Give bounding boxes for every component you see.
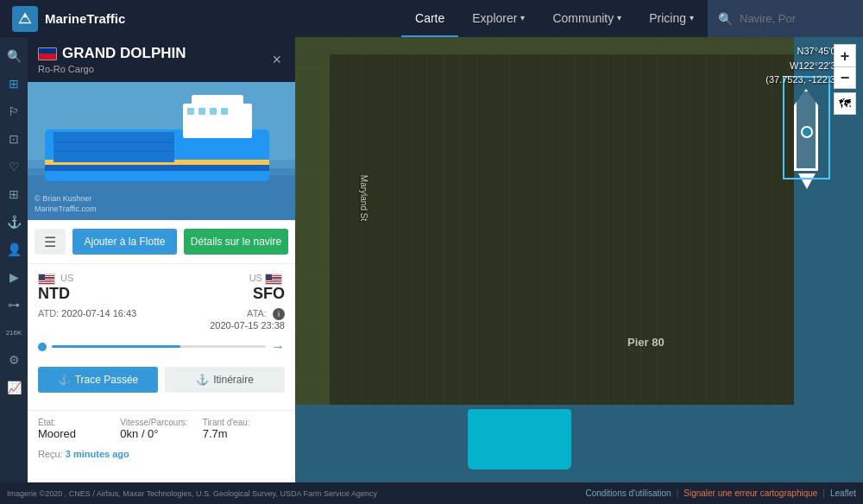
ship-received: Reçu: 3 minutes ago [28,445,295,466]
svg-rect-9 [198,108,205,115]
menu-button[interactable]: ☰ [35,229,66,255]
ship-flag-icon [38,47,57,60]
community-chevron-icon: ▾ [617,13,621,22]
ship-image-area: © Brian Kushner MarineTraffic.com [28,82,295,220]
pricing-chevron-icon: ▾ [690,13,694,22]
nav-community[interactable]: Community ▾ [539,0,635,37]
ship-details-button[interactable]: Détails sur le navire [184,229,288,255]
progress-arrow-icon: → [271,339,285,355]
ship-actions: ☰ Ajouter à la Flotte Détails sur le nav… [28,220,295,263]
from-port-code: NTD [38,285,73,303]
ship-type: Ro-Ro Cargo [38,64,186,74]
sidebar-flag-btn[interactable]: 🏳 [2,99,26,123]
sidebar-search-btn[interactable]: 🔍 [2,44,26,68]
ship-status: État: Moored Vitesse/Parcours: 0kn / 0° … [28,410,295,445]
search-box[interactable]: 🔍 [708,0,863,37]
trace-passee-button[interactable]: ⚓ Trace Passée [38,367,158,393]
pier-label: Pier 80 [627,336,665,349]
logo-icon [12,6,38,32]
ata-info: ATA: i 2020-07-15 23:38 [210,308,285,331]
to-flag-icon [265,274,282,285]
logo[interactable]: MarineTraffic [0,0,137,37]
zoom-in-button[interactable]: + [834,44,856,66]
nav-carte[interactable]: Carte [401,0,458,37]
ship-panel: GRAND DOLPHIN Ro-Ro Cargo × [28,37,295,482]
itinerary-button[interactable]: ⚓ Itinéraire [165,367,285,393]
to-port-code: SFO [249,285,285,303]
status-bar-left: Imagerie ©2020 , CNES / Airbus, Maxar Te… [7,489,585,498]
trace-icon: ⚓ [58,374,71,386]
sidebar-filter-btn[interactable]: ⊡ [2,127,26,151]
ship-name: GRAND DOLPHIN [62,45,186,62]
sidebar-settings-btn[interactable]: ⚙ [2,348,26,372]
conditions-link[interactable]: Conditions d'utilisation [585,488,671,498]
from-flag-icon [38,274,55,285]
close-panel-button[interactable]: × [268,48,285,71]
progress-line [52,345,266,348]
search-icon: 🔍 [718,12,733,26]
nav-explorer[interactable]: Explorer ▾ [458,0,539,37]
voyage-dates: ATD: 2020-07-14 16:43 ATA: i 2020-07-15 … [38,308,285,331]
explorer-chevron-icon: ▾ [520,13,525,22]
sidebar-person-btn[interactable]: 👤 [2,237,26,261]
itinerary-icon: ⚓ [196,374,209,386]
ship-panel-header: GRAND DOLPHIN Ro-Ro Cargo × [28,37,295,82]
imagery-attribution: Imagerie ©2020 , CNES / Airbus, Maxar Te… [7,489,377,498]
sidebar-ship-btn[interactable]: ⚓ [2,210,26,234]
nav-links: Carte Explorer ▾ Community ▾ Pricing ▾ [401,0,708,37]
search-input[interactable] [740,12,852,25]
leaflet-link[interactable]: Leaflet [830,488,856,498]
pier-area [330,54,811,413]
svg-rect-11 [221,108,228,115]
sidebar-chart-btn[interactable]: 📈 [2,375,26,400]
sidebar-heart-btn[interactable]: ♡ [2,154,26,179]
status-speed: Vitesse/Parcours: 0kn / 0° [120,418,202,440]
status-draft: Tirant d'eau: 7.7m [203,418,285,440]
voyage-buttons: ⚓ Trace Passée ⚓ Itinéraire [38,367,285,393]
ship-voyage: US NTD US SFO ATD: 2020-07-14 16:43 ATA: [28,263,295,410]
progress-start-dot [38,343,47,351]
sidebar-grid-btn[interactable]: ⊞ [2,72,26,96]
status-state: État: Moored [38,418,120,440]
add-to-fleet-button[interactable]: Ajouter à la Flotte [72,229,177,255]
status-bar-right: Conditions d'utilisation | Signaler une … [585,488,856,498]
nav-pricing[interactable]: Pricing ▾ [635,0,708,37]
map-area[interactable]: Maryland St Pier 80 N37°45'08.28 W122°22… [295,37,863,482]
top-navigation: MarineTraffic Carte Explorer ▾ Community… [0,0,863,37]
pier-texture [330,54,811,413]
vessel-selection-box [783,76,830,180]
voyage-ports: US NTD US SFO [38,273,285,303]
status-bar: Imagerie ©2020 , CNES / Airbus, Maxar Te… [0,482,863,504]
svg-rect-7 [45,164,269,171]
map-zoom-controls: + − [834,44,856,89]
arrival-port: US SFO [249,273,285,303]
svg-rect-13 [54,132,174,162]
logo-text: MarineTraffic [45,11,125,26]
atd-info: ATD: 2020-07-14 16:43 [38,308,136,331]
sidebar-route-btn[interactable]: ⊶ [2,293,26,317]
sidebar-count-display: 216K [2,320,26,344]
street-label: Maryland St [359,174,369,220]
voyage-progress: → [38,339,285,355]
svg-rect-8 [187,108,194,115]
progress-fill [52,345,180,348]
zoom-out-button[interactable]: − [834,66,856,89]
error-report-link[interactable]: Signaler une erreur cartographique [683,488,817,498]
teal-ship [468,409,571,469]
map-satellite[interactable]: Maryland St Pier 80 N37°45'08.28 W122°22… [295,37,863,482]
sidebar-layers-btn[interactable]: ⊞ [2,182,26,206]
svg-point-0 [24,15,27,17]
departure-port: US NTD [38,273,73,303]
ata-info-icon[interactable]: i [273,308,285,320]
svg-rect-10 [210,108,217,115]
ship-watermark: © Brian Kushner MarineTraffic.com [35,193,97,215]
sidebar-play-btn[interactable]: ▶ [2,265,26,289]
map-view-button[interactable]: 🗺 [834,92,856,115]
left-sidebar: 🔍 ⊞ 🏳 ⊡ ♡ ⊞ ⚓ 👤 ▶ ⊶ 216K ⚙ 📈 [0,37,28,482]
ship-title-wrap: GRAND DOLPHIN Ro-Ro Cargo [38,45,186,74]
